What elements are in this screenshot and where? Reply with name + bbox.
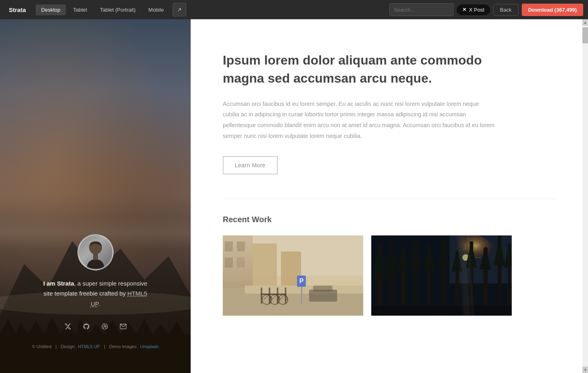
search-input[interactable]: [389, 3, 454, 16]
demo-credit: Demo Images: Unsplash: [109, 344, 159, 349]
avatar: [77, 234, 114, 270]
tab-tablet-portrait[interactable]: Tablet (Portrait): [94, 4, 141, 15]
x-icon: ✕: [462, 7, 466, 12]
unsplash-credit-link[interactable]: Unsplash: [140, 344, 159, 349]
portfolio-item-forest[interactable]: [371, 235, 512, 316]
recent-work-section: Recent Work: [223, 215, 556, 316]
x-post-button[interactable]: ✕ X Post: [457, 4, 490, 15]
portfolio-item-city-street[interactable]: P: [223, 235, 363, 316]
external-link-icon: ↗: [177, 6, 182, 13]
tab-mobile[interactable]: Mobile: [143, 4, 169, 15]
scroll-down-button[interactable]: ▼: [582, 367, 588, 373]
app-brand: Strata: [5, 6, 30, 13]
top-navigation: Strata Desktop Tablet Tablet (Portrait) …: [0, 0, 588, 19]
email-icon[interactable]: [118, 321, 129, 332]
svg-rect-29: [223, 235, 363, 316]
hero-title: Ipsum lorem dolor aliquam ante commodo m…: [223, 51, 496, 87]
portfolio-grid: P: [223, 235, 512, 316]
x-post-label: X Post: [469, 7, 484, 13]
hero-body: Accumsan orci faucibus id eu lorem sempe…: [223, 99, 496, 142]
twitter-icon[interactable]: [62, 321, 73, 332]
svg-rect-3: [93, 253, 98, 260]
html5up-link[interactable]: HTML5 UP: [91, 290, 147, 307]
footer-credits: © Untitled | Design: HTML5 UP | Demo Ima…: [32, 344, 159, 349]
street-overlay: P: [223, 235, 363, 316]
scroll-up-button[interactable]: ▲: [582, 19, 588, 26]
nav-right: ✕ X Post Back Download (367,499): [389, 3, 583, 16]
scrollbar-track: ▲ ▼: [582, 19, 588, 373]
copyright-text: © Untitled: [32, 344, 51, 349]
html5up-credit-link[interactable]: HTML5 UP: [78, 344, 100, 349]
svg-rect-49: [371, 235, 512, 316]
dribbble-icon[interactable]: [99, 321, 110, 332]
download-button[interactable]: Download (367,499): [522, 4, 583, 16]
main-content: Ipsum lorem dolor aliquam ante commodo m…: [191, 19, 588, 373]
github-icon[interactable]: [81, 321, 92, 332]
left-sidebar: I am Strata, a super simple responsive s…: [0, 19, 191, 373]
recent-work-title: Recent Work: [223, 215, 556, 224]
left-tagline: I am Strata, a super simple responsive s…: [39, 278, 152, 309]
design-credit: Design: HTML5 UP: [61, 344, 100, 349]
trees-overlay: [371, 235, 512, 316]
section-divider: [223, 199, 556, 199]
external-link-button[interactable]: ↗: [173, 3, 186, 16]
scroll-thumb[interactable]: [582, 27, 588, 43]
tagline-bold: I am Strata: [43, 280, 74, 287]
social-icons: [62, 321, 129, 332]
tab-desktop[interactable]: Desktop: [36, 4, 66, 15]
left-content: I am Strata, a super simple responsive s…: [32, 234, 159, 349]
main-wrapper: I am Strata, a super simple responsive s…: [0, 19, 588, 373]
footer-separator-2: |: [104, 344, 105, 349]
tab-tablet[interactable]: Tablet: [67, 4, 93, 15]
learn-more-button[interactable]: Learn More: [223, 156, 278, 174]
hero-section: Ipsum lorem dolor aliquam ante commodo m…: [223, 51, 556, 174]
back-button[interactable]: Back: [493, 4, 519, 16]
footer-separator-1: |: [55, 344, 57, 349]
